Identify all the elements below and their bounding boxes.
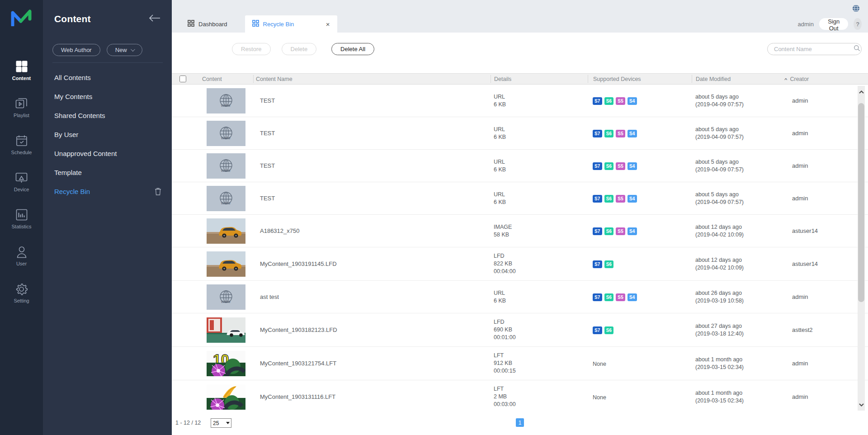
date-relative: about 5 days ago [695,158,781,166]
trash-icon[interactable] [155,188,161,195]
sidebar-item-label: Template [54,169,82,176]
new-label: New [115,47,127,53]
restore-button[interactable]: Restore [232,43,271,55]
rail-item-statistics[interactable]: Statistics [0,208,43,236]
web-author-button[interactable]: Web Author [52,44,100,56]
sidebar-item-by-user[interactable]: By User [54,125,163,144]
detail-line: 6 KB [494,133,588,141]
table-row[interactable]: wwwast testURL6 KBS7S6S5S4about 26 days … [172,281,868,313]
vertical-scrollbar[interactable] [858,86,865,411]
select-all-checkbox[interactable] [179,76,186,82]
grid-icon [188,20,194,28]
table-row[interactable]: MyContent_1903191145.LFDLFD822 KB00:04:0… [172,247,868,281]
sidebar-item-my-contents[interactable]: My Contents [54,87,163,106]
column-header-supported-devices[interactable]: Supported Devices [588,75,692,83]
details-cell: LFT2 MB00:03:00 [491,385,588,408]
tab-recycle-bin[interactable]: Recycle Bin× [245,15,337,33]
supported-devices-cell: S7S6S5S4 [588,194,692,203]
date-modified-cell: about 12 days ago(2019-04-02 10:09) [692,223,781,239]
device-badge-s4: S4 [627,130,637,137]
column-header-content[interactable]: Content [202,75,253,83]
search-icon[interactable] [854,45,860,53]
column-header-content-name[interactable]: Content Name [253,75,491,83]
creator-cell: admin [781,360,868,367]
detail-line: URL [494,191,588,199]
table-row[interactable]: wwwTESTURL6 KBS7S6S5S4about 5 days ago(2… [172,117,868,150]
collapse-sidebar-icon[interactable] [149,14,160,24]
page-1-button[interactable]: 1 [516,418,524,427]
sidebar-item-template[interactable]: Template [54,163,163,182]
scroll-up-icon[interactable] [858,87,865,97]
table-row[interactable]: MyContent_1903131116.LFTLFT2 MB00:03:00N… [172,380,868,411]
sign-out-button[interactable]: Sign Out [819,18,848,30]
rail-item-content[interactable]: Content [0,60,43,87]
row-select-area [172,247,202,280]
column-header-details[interactable]: Details [491,75,588,83]
scroll-down-icon[interactable] [858,400,865,410]
column-header-creator[interactable]: ^ Creator [781,75,868,83]
device-badge-s5: S5 [616,130,625,137]
chevron-down-icon [131,47,135,52]
date-modified-cell: about 12 days ago(2019-04-02 10:09) [692,256,781,272]
device-icon [15,171,28,184]
details-cell: IMAGE58 KB [491,223,588,239]
language-globe-icon[interactable] [852,5,860,14]
sort-ascending-icon[interactable]: ^ [784,76,787,81]
date-absolute: (2019-03-19 10:58) [695,297,781,305]
device-badge-s7: S7 [593,162,602,170]
creator-cell: admin [781,393,868,400]
detail-line: 912 KB [494,359,588,367]
close-tab-icon[interactable]: × [325,20,331,28]
svg-text:www: www [221,200,231,205]
globe-thumbnail: www [207,88,245,113]
sidebar-item-all-contents[interactable]: All Contents [54,68,163,87]
new-content-button[interactable]: New [107,44,142,56]
device-badge-s5: S5 [616,97,625,105]
device-badge-s4: S4 [627,162,637,170]
table-row[interactable]: wwwTESTURL6 KBS7S6S5S4about 5 days ago(2… [172,85,868,117]
detail-line: 6 KB [494,166,588,174]
user-icon [16,245,27,259]
delete-all-button[interactable]: Delete All [331,43,374,55]
detail-line: 2 MB [494,393,588,401]
column-header-date-modified[interactable]: Date Modified [692,75,781,83]
table-row[interactable]: MyContent_1903182123.LFDLFD690 KB00:01:0… [172,313,868,347]
magicinfo-logo-icon[interactable] [11,9,32,28]
magicinfo-window: ContentPlaylistScheduleDeviceStatisticsU… [0,0,868,435]
rail-item-setting[interactable]: Setting [0,282,43,310]
row-select-area [172,182,202,214]
scrollbar-thumb[interactable] [858,103,864,302]
supported-devices-cell: S7S6 [588,260,692,268]
help-button[interactable]: ? [854,18,862,30]
search-input[interactable] [774,46,854,52]
creator-cell: admin [781,195,868,202]
device-badge-s6: S6 [604,326,614,334]
table-row[interactable]: 10MyContent_1903121754.LFTLFT912 KB00:00… [172,347,868,380]
date-absolute: (2019-03-15 02:34) [695,364,781,371]
rail-item-device[interactable]: Device [0,171,43,199]
table-row[interactable]: wwwTESTURL6 KBS7S6S5S4about 5 days ago(2… [172,182,868,215]
sidebar-item-recycle-bin[interactable]: Recycle Bin [54,182,163,201]
content-search [767,43,862,55]
row-thumbnail-cell [202,384,253,410]
date-relative: about 5 days ago [695,126,781,133]
date-relative: about 27 days ago [695,322,781,330]
delete-button[interactable]: Delete [282,43,317,55]
details-cell: LFD822 KB00:04:00 [491,252,588,275]
rail-nav: ContentPlaylistScheduleDeviceStatisticsU… [0,60,43,310]
sidebar-item-unapproved-content[interactable]: Unapproved Content [54,144,163,163]
car-thumbnail [207,218,245,244]
sidebar-divider [52,62,163,63]
device-badge-s7: S7 [593,97,602,105]
device-badge-s4: S4 [627,195,637,203]
table-row[interactable]: A186312_x750IMAGE58 KBS7S6S5S4about 12 d… [172,215,868,247]
date-absolute: (2019-04-09 07:57) [695,166,781,174]
rail-item-user[interactable]: User [0,245,43,273]
table-row[interactable]: wwwTESTURL6 KBS7S6S5S4about 5 days ago(2… [172,150,868,182]
tab-dashboard[interactable]: Dashboard [180,15,235,33]
rail-item-schedule[interactable]: Schedule [0,134,43,161]
date-modified-cell: about 26 days ago(2019-03-19 10:58) [692,289,781,305]
rail-item-playlist[interactable]: Playlist [0,97,43,124]
sidebar-item-shared-contents[interactable]: Shared Contents [54,106,163,125]
row-thumbnail-cell: www [202,153,253,179]
